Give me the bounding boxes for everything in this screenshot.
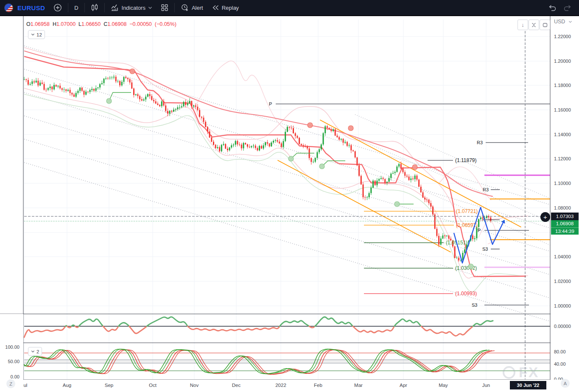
- stoch-right-tick: 40.00: [554, 361, 566, 367]
- collapse-pane-button[interactable]: [529, 20, 539, 30]
- chevron-down-icon: [31, 33, 35, 36]
- time-axis-month-label: 2022: [268, 383, 294, 388]
- svg-text:(1.07721): (1.07721): [456, 208, 478, 214]
- price-tick: 1.10000: [554, 181, 571, 186]
- object-tree-count: 12: [36, 32, 42, 37]
- symbol-add-button[interactable]: [49, 2, 66, 14]
- close-value: 1.06908: [107, 21, 126, 27]
- timezone-button[interactable]: Z: [6, 379, 15, 388]
- change-value: −0.00050: [129, 21, 151, 27]
- auto-scale-label: A: [564, 381, 567, 386]
- object-tree-badge[interactable]: 12: [28, 30, 45, 39]
- plus-circle-icon: [53, 3, 62, 12]
- layout-templates-button[interactable]: [157, 2, 173, 14]
- time-axis-month-label: Oct: [140, 383, 165, 388]
- time-axis-month-label: Feb: [305, 383, 331, 388]
- maximize-pane-button[interactable]: [540, 20, 550, 30]
- currency-selector[interactable]: USD: [554, 19, 575, 25]
- chart-style-button[interactable]: [87, 2, 103, 14]
- time-axis-month-label: Nov: [182, 383, 207, 388]
- stoch-right-tick: 80.00: [554, 349, 566, 354]
- toolbar-separator: [104, 3, 105, 12]
- time-axis-month-label: Dec: [224, 383, 249, 388]
- timezone-label: Z: [9, 381, 12, 386]
- high-value: 1.07000: [56, 21, 76, 27]
- price-tick: 1.20000: [554, 59, 571, 64]
- svg-text:P: P: [269, 101, 272, 106]
- grid-layout-icon: [161, 4, 168, 11]
- auto-scale-button[interactable]: A: [561, 379, 570, 388]
- pane2-indicator-count: 2: [36, 349, 39, 354]
- svg-text:(1.00993): (1.00993): [455, 291, 477, 297]
- low-label: L: [78, 21, 81, 27]
- svg-text:R3: R3: [483, 187, 489, 192]
- price-tick: 1.16000: [554, 107, 571, 112]
- price-tick: 1.00000: [554, 303, 571, 308]
- indicators-button[interactable]: Indicators: [106, 2, 157, 14]
- price-tick: 1.02000: [554, 279, 571, 284]
- main-chart-canvas[interactable]: PR3R3PS3S3(1.11879)(1.07721)(1.06591)(1.…: [0, 0, 579, 392]
- chevron-down-icon: [148, 6, 152, 9]
- toolbar-separator: [174, 3, 175, 12]
- last-price-badge: 1.06908 13:44:39: [551, 220, 579, 235]
- chevron-down-icon: [31, 350, 35, 353]
- time-axis-month-label: Jun: [473, 383, 499, 388]
- crosshair-date-badge: 30 Jun '22: [510, 381, 546, 389]
- time-axis[interactable]: JulAugSepOctNovDec2022FebMarAprMayJun30 …: [0, 380, 579, 392]
- change-percent: (−0.05%): [155, 21, 176, 27]
- last-price: 1.06908: [551, 220, 579, 227]
- osc-zero-tick: 0.00000: [554, 324, 571, 329]
- high-label: H: [53, 21, 56, 27]
- svg-text:S3: S3: [472, 302, 477, 308]
- bar-countdown: 13:44:39: [551, 227, 579, 235]
- replay-button[interactable]: Replay: [207, 2, 243, 14]
- close-label: C: [103, 21, 107, 27]
- time-axis-month-label: Jul: [23, 383, 37, 388]
- trading-chart-app: EURUSD D Indicators: [0, 0, 579, 392]
- interval-label: D: [74, 5, 78, 11]
- undo-icon[interactable]: [548, 4, 557, 11]
- time-axis-month-label: May: [431, 383, 456, 388]
- collapse-icon: [531, 22, 536, 28]
- svg-text:P: P: [478, 228, 481, 233]
- replay-rewind-icon: [212, 4, 219, 11]
- svg-text:(1.11879): (1.11879): [455, 157, 476, 163]
- left-indicator-scale[interactable]: 100.0050.000.00: [0, 314, 23, 380]
- time-axis-month-label: Apr: [391, 383, 416, 388]
- price-axis[interactable]: USD 1.220001.200001.180001.160001.140001…: [551, 16, 579, 380]
- svg-text:(1.03072): (1.03072): [455, 265, 477, 271]
- alert-button[interactable]: Alert: [176, 2, 207, 14]
- stoch-left-tick: 100.00: [5, 344, 20, 350]
- price-tick: 1.04000: [554, 254, 571, 259]
- price-tick: 1.12000: [554, 156, 571, 161]
- currency-label: USD: [554, 19, 565, 25]
- eurusd-flag-icon: [4, 3, 13, 12]
- indicators-label: Indicators: [122, 5, 145, 11]
- time-axis-month-label: Aug: [54, 383, 80, 388]
- alert-label: Alert: [192, 5, 203, 11]
- svg-text:R3: R3: [477, 140, 483, 145]
- time-axis-month-label: Mar: [346, 383, 371, 388]
- stoch-left-tick: 50.00: [8, 359, 20, 364]
- down-arrow-icon: ↓: [521, 22, 524, 28]
- price-tick: 1.22000: [554, 34, 571, 39]
- top-toolbar: EURUSD D Indicators: [0, 0, 579, 16]
- price-tick: 1.08000: [554, 205, 571, 210]
- low-value: 1.06650: [81, 21, 101, 27]
- interval-button[interactable]: D: [70, 2, 82, 14]
- pane2-indicator-badge[interactable]: 2: [28, 347, 42, 356]
- price-tick: 1.14000: [554, 132, 571, 137]
- time-axis-labels: JulAugSepOctNovDec2022FebMarAprMayJun30 …: [23, 380, 551, 392]
- crosshair-price: 1.07303: [556, 214, 574, 219]
- price-tick: 1.18000: [554, 83, 571, 88]
- crosshair-add-order-button[interactable]: +: [540, 212, 550, 222]
- symbol-button[interactable]: EURUSD: [13, 2, 49, 14]
- ohlc-legend: O1.06958 H1.07000 L1.06650 C1.06908 −0.0…: [26, 21, 176, 27]
- svg-text:S3: S3: [482, 246, 488, 252]
- crosshair-price-badge: 1.07303: [551, 213, 579, 220]
- toolbar-separator: [84, 3, 85, 12]
- scroll-to-recent-button[interactable]: ↓: [517, 20, 528, 30]
- redo-icon[interactable]: [563, 4, 572, 11]
- candles-icon: [91, 3, 98, 12]
- time-axis-month-label: Sep: [96, 383, 122, 388]
